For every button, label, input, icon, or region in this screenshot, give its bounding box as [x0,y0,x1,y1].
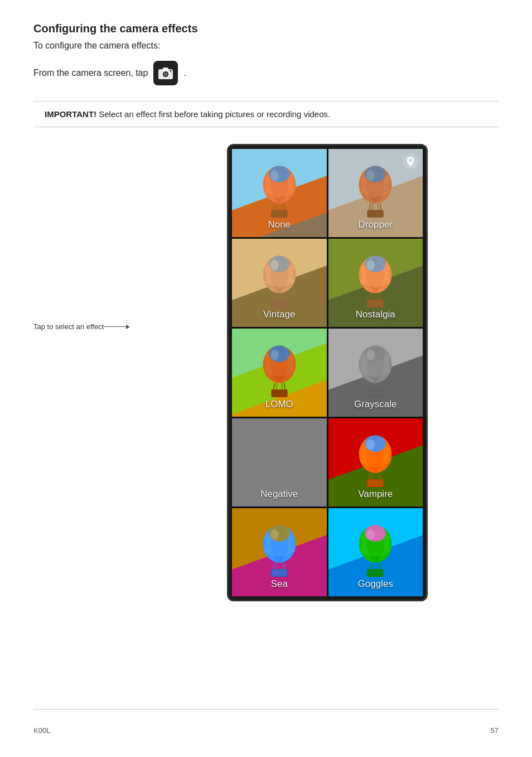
balloon-icon-nostalgia [350,252,400,308]
effect-cell-negative[interactable]: Negative [232,418,327,507]
svg-line-47 [284,383,285,390]
effect-cell-grayscale[interactable]: Grayscale [328,329,423,417]
svg-point-45 [270,350,279,360]
effect-label-vampire: Vampire [328,489,423,500]
svg-line-38 [380,293,381,301]
svg-line-76 [378,473,378,480]
svg-rect-69 [272,480,286,485]
balloon-icon-lomo [254,342,304,398]
svg-line-85 [282,563,282,570]
effect-label-vintage: Vintage [232,309,327,320]
footer-model: K00L [33,726,50,735]
svg-line-65 [284,473,285,480]
svg-line-83 [284,563,285,570]
svg-line-22 [378,204,378,211]
svg-point-63 [270,440,279,450]
arrow-line [104,326,126,327]
svg-rect-15 [272,211,286,216]
svg-rect-42 [369,301,383,306]
balloon-icon-vampire [350,432,400,488]
dropper-icon-dropper [403,153,418,169]
tap-effect-label: Tap to select an effect [33,322,104,331]
page-footer: K00L 57 [33,709,499,735]
arrow-head [126,325,130,329]
svg-line-19 [370,204,371,211]
label-area: Tap to select an effect [33,144,156,331]
svg-rect-3 [163,67,168,70]
svg-line-31 [282,293,282,301]
balloon-icon-vintage [254,252,304,308]
balloon-icon-none [254,162,304,218]
footer-page: 57 [491,726,499,735]
svg-point-27 [270,260,279,271]
svg-point-9 [270,170,279,181]
effect-cell-sea[interactable]: Sea [232,508,327,596]
svg-line-67 [282,473,282,480]
effect-cell-nostalgia[interactable]: Nostalgia [328,239,423,327]
svg-line-13 [282,204,282,211]
svg-line-12 [276,204,277,211]
important-notice: IMPORTANT! Select an effect first before… [33,101,499,127]
effect-cell-lomo[interactable]: LOMO [232,329,327,417]
important-text: Select an effect first before taking pic… [99,109,330,119]
svg-line-94 [378,563,378,570]
effect-cell-goggles[interactable]: Goggles [328,508,423,596]
svg-rect-51 [272,390,286,396]
svg-line-66 [276,473,277,480]
svg-line-20 [380,204,381,211]
svg-line-75 [373,473,373,480]
main-content: Tap to select an effect None [33,144,499,709]
svg-line-39 [373,293,373,301]
svg-line-46 [273,383,274,390]
effect-label-none: None [232,219,327,230]
effect-cell-dropper[interactable]: Dropper [328,149,423,237]
svg-line-92 [380,563,381,570]
svg-point-36 [366,260,375,271]
balloon-icon-sea [254,522,304,577]
camera-tap-icon[interactable] [153,61,178,85]
svg-line-91 [370,563,371,570]
annotation-arrow: Tap to select an effect [33,322,130,331]
svg-rect-24 [369,211,383,216]
effect-label-grayscale: Grayscale [328,399,423,410]
svg-point-6 [166,73,167,74]
svg-rect-87 [272,570,286,575]
phone-screen: None Dropper V [227,144,428,601]
svg-rect-96 [369,570,383,575]
svg-point-18 [366,170,375,181]
svg-point-54 [366,350,375,360]
svg-line-21 [373,204,373,211]
svg-line-49 [282,383,282,390]
svg-line-40 [378,293,378,301]
page: Configuring the camera effects To config… [0,0,532,757]
svg-rect-78 [369,480,383,485]
svg-line-37 [370,293,371,301]
tap-period: . [183,68,186,78]
svg-line-93 [373,563,373,570]
page-title: Configuring the camera effects [33,22,499,35]
balloon-icon-dropper [350,162,400,218]
balloon-icon-grayscale [350,342,400,398]
svg-rect-33 [272,301,286,306]
effect-label-dropper: Dropper [328,219,423,230]
effect-label-nostalgia: Nostalgia [328,309,423,320]
svg-point-90 [366,529,375,540]
svg-line-82 [273,563,274,570]
svg-line-28 [273,293,274,301]
svg-line-55 [370,383,371,390]
effect-cell-vampire[interactable]: Vampire [328,418,423,507]
svg-line-58 [378,383,378,390]
svg-line-29 [284,293,285,301]
svg-line-73 [370,473,371,480]
tap-camera-line: From the camera screen, tap . [33,61,499,85]
effects-grid-wrapper: None Dropper V [156,144,499,601]
effect-cell-none[interactable]: None [232,149,327,237]
important-label: IMPORTANT! [45,109,96,119]
effect-cell-vintage[interactable]: Vintage [232,239,327,327]
svg-line-57 [373,383,373,390]
svg-line-11 [284,204,285,211]
effect-label-lomo: LOMO [232,399,327,410]
svg-point-4 [170,70,172,72]
svg-line-56 [380,383,381,390]
svg-rect-60 [369,390,383,396]
